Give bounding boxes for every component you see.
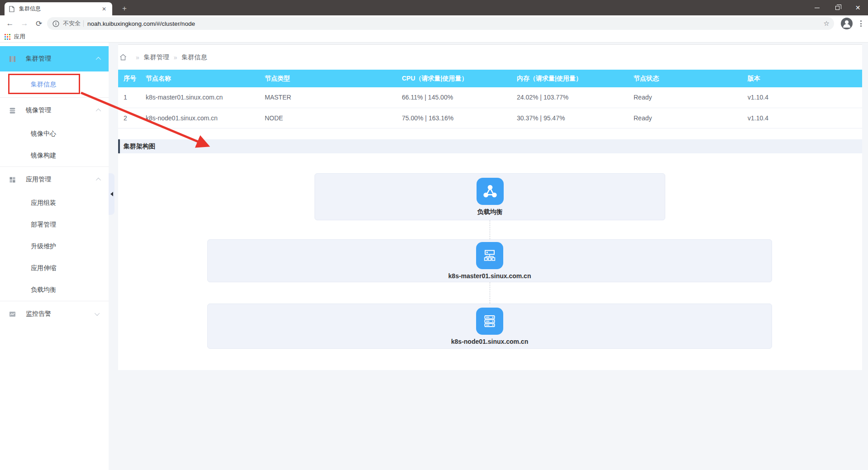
cell-index: 2 xyxy=(118,114,146,122)
security-label: 不安全 xyxy=(63,19,81,28)
sidebar-group-label: 镜像管理 xyxy=(26,106,96,114)
omnibox-divider xyxy=(83,20,84,27)
images-icon xyxy=(9,107,16,114)
window-restore-button[interactable] xyxy=(827,0,848,15)
cell-cpu: 66.11% | 145.00% xyxy=(402,94,517,101)
sidebar-group-label: 集群管理 xyxy=(26,55,96,63)
home-icon[interactable] xyxy=(119,54,127,61)
profile-avatar[interactable] xyxy=(841,18,853,29)
cell-node-type: NODE xyxy=(265,114,402,122)
apps-grid-icon[interactable] xyxy=(5,34,10,40)
cell-node-name: k8s-master01.sinux.com.cn xyxy=(146,94,265,101)
chevron-up-icon xyxy=(96,178,101,183)
cluster-icon xyxy=(9,56,16,62)
cluster-architecture-diagram: 负载均衡 k8s-mas xyxy=(118,153,862,370)
breadcrumb-cluster-mgmt[interactable]: 集群管理 xyxy=(144,53,169,62)
sidebar-item-upgrade-maint[interactable]: 升级维护 xyxy=(0,236,109,257)
diagram-node-load-balancer: 负载均衡 xyxy=(315,173,665,220)
minimize-icon xyxy=(815,8,820,8)
diagram-connector xyxy=(490,282,490,304)
tab-close-icon[interactable]: ✕ xyxy=(100,5,108,13)
sidebar-item-cluster-info[interactable]: 集群信息 xyxy=(0,71,109,97)
sidebar-group-apps[interactable]: 应用管理 xyxy=(0,167,109,192)
node-table: 序号 节点名称 节点类型 CPU（请求量|使用量） 内存（请求量|使用量） 节点… xyxy=(118,70,862,128)
diagram-node-label: k8s-node01.sinux.com.cn xyxy=(451,338,528,345)
address-bar[interactable]: 不安全 noah.kuibuxingkong.com/#/cluster/nod… xyxy=(47,17,834,30)
close-icon: ✕ xyxy=(855,5,861,11)
monitor-icon xyxy=(9,311,16,318)
sidebar-group-images[interactable]: 镜像管理 xyxy=(0,98,109,123)
page-favicon-icon xyxy=(9,6,14,12)
load-balancer-icon xyxy=(477,178,504,205)
app-page: 集群管理 集群信息 镜像管理 镜像中心 镜像构建 应用管理 xyxy=(0,43,868,470)
cell-index: 1 xyxy=(118,94,146,101)
cell-memory: 24.02% | 103.77% xyxy=(517,94,634,101)
browser-titlebar: 集群信息 ✕ + ✕ xyxy=(0,0,868,15)
table-header-row: 序号 节点名称 节点类型 CPU（请求量|使用量） 内存（请求量|使用量） 节点… xyxy=(118,70,862,87)
diagram-node-label: 负载均衡 xyxy=(477,208,503,216)
bookmarks-bar: 应用 xyxy=(0,32,868,43)
cell-version: v1.10.4 xyxy=(748,94,862,101)
bookmark-star-icon[interactable]: ☆ xyxy=(824,19,830,28)
sidebar-item-app-scaling[interactable]: 应用伸缩 xyxy=(0,257,109,279)
sidebar-group-cluster[interactable]: 集群管理 xyxy=(0,46,109,71)
browser-tab[interactable]: 集群信息 ✕ xyxy=(5,2,112,15)
window-minimize-button[interactable] xyxy=(807,0,827,15)
diagram-node-worker: k8s-node01.sinux.com.cn xyxy=(207,304,772,349)
col-header: 序号 xyxy=(118,75,146,83)
sidebar-item-deploy-mgmt[interactable]: 部署管理 xyxy=(0,214,109,236)
cell-memory: 30.37% | 95.47% xyxy=(517,114,634,122)
sidebar-item-load-balance[interactable]: 负载均衡 xyxy=(0,279,109,301)
window-close-button[interactable]: ✕ xyxy=(848,0,868,15)
sidebar-item-image-center[interactable]: 镜像中心 xyxy=(0,123,109,145)
url-text: noah.kuibuxingkong.com/#/cluster/node xyxy=(87,20,820,27)
browser-toolbar: ← → ⟳ 不安全 noah.kuibuxingkong.com/#/clust… xyxy=(0,15,868,32)
restore-icon xyxy=(835,6,839,10)
diagram-connector xyxy=(490,220,490,239)
sidebar-collapse-handle[interactable] xyxy=(109,173,114,215)
cell-version: v1.10.4 xyxy=(748,114,862,122)
col-header: 内存（请求量|使用量） xyxy=(517,75,634,83)
apps-icon xyxy=(9,176,16,183)
col-header: 节点状态 xyxy=(634,75,748,83)
cell-node-type: MASTER xyxy=(265,94,402,101)
col-header: 版本 xyxy=(748,75,862,83)
diagram-node-label: k8s-master01.sinux.com.cn xyxy=(448,272,531,280)
sidebar-group-label: 监控告警 xyxy=(26,310,96,318)
worker-node-icon xyxy=(476,308,503,335)
forward-button[interactable]: → xyxy=(19,18,30,29)
sidebar-item-image-build[interactable]: 镜像构建 xyxy=(0,145,109,166)
cell-cpu: 75.00% | 163.16% xyxy=(402,114,517,122)
architecture-title: 集群架构图 xyxy=(124,142,155,151)
sidebar: 集群管理 集群信息 镜像管理 镜像中心 镜像构建 应用管理 xyxy=(0,43,109,470)
bookmark-apps[interactable]: 应用 xyxy=(14,33,25,41)
sidebar-item-app-assembly[interactable]: 应用组装 xyxy=(0,192,109,214)
cell-status: Ready xyxy=(634,94,748,101)
refresh-button[interactable]: ⟳ xyxy=(33,18,44,29)
table-row: 1 k8s-master01.sinux.com.cn MASTER 66.11… xyxy=(118,87,862,108)
breadcrumb-cluster-info[interactable]: 集群信息 xyxy=(182,53,207,62)
back-button[interactable]: ← xyxy=(5,18,15,29)
table-row: 2 k8s-node01.sinux.com.cn NODE 75.00% | … xyxy=(118,108,862,129)
tab-title: 集群信息 xyxy=(19,5,100,13)
col-header: CPU（请求量|使用量） xyxy=(402,75,517,83)
cell-node-name: k8s-node01.sinux.com.cn xyxy=(146,114,265,122)
info-icon xyxy=(52,20,59,27)
col-header: 节点名称 xyxy=(146,75,265,83)
master-node-icon xyxy=(476,242,503,269)
cell-status: Ready xyxy=(634,114,748,122)
breadcrumb-separator: » xyxy=(174,54,177,61)
chevron-up-icon xyxy=(96,57,101,62)
content-panel: » 集群管理 » 集群信息 序号 节点名称 节点类型 CPU（请求量|使用量） … xyxy=(118,44,862,370)
breadcrumb-separator: » xyxy=(136,54,139,61)
breadcrumb: » 集群管理 » 集群信息 xyxy=(118,45,862,70)
collapse-arrow-icon xyxy=(110,192,113,196)
browser-menu-icon[interactable] xyxy=(857,18,864,29)
architecture-section-header: 集群架构图 xyxy=(118,139,862,153)
chevron-up-icon xyxy=(96,109,101,114)
col-header: 节点类型 xyxy=(265,75,402,83)
sidebar-group-label: 应用管理 xyxy=(26,176,96,184)
diagram-node-master: k8s-master01.sinux.com.cn xyxy=(207,239,772,282)
sidebar-group-monitor[interactable]: 监控告警 xyxy=(0,301,109,327)
new-tab-button[interactable]: + xyxy=(119,3,130,14)
